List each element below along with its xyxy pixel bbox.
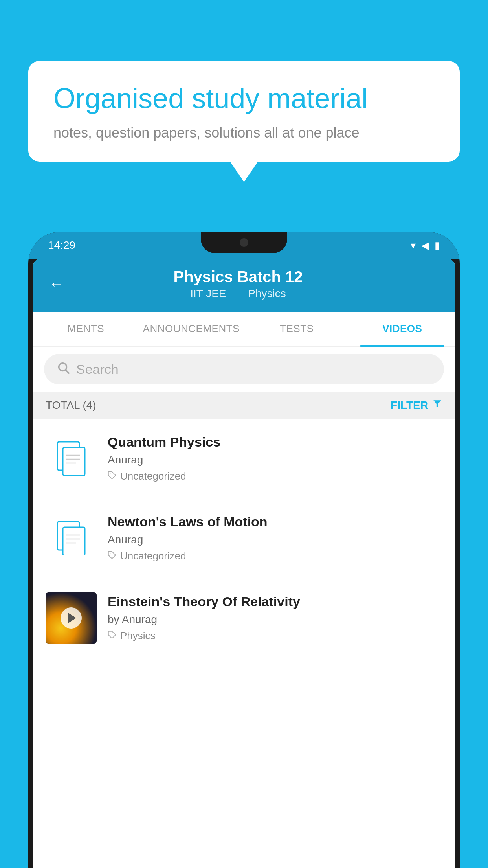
search-placeholder: Search	[76, 362, 119, 377]
play-triangle-3	[68, 612, 76, 623]
item-title-2: Newton's Laws of Motion	[108, 514, 442, 530]
tag-icon-1	[108, 471, 116, 482]
tag-icon-2	[108, 551, 116, 562]
file-icon-1	[57, 441, 86, 476]
header-info: Physics Batch 12 IIT JEE Physics	[76, 268, 400, 300]
battery-icon: ▮	[435, 239, 440, 252]
file-icon-2	[57, 521, 86, 555]
phone-notch	[201, 232, 287, 253]
tab-tests[interactable]: TESTS	[244, 312, 350, 346]
item-info-2: Newton's Laws of Motion Anurag Uncategor…	[108, 513, 442, 562]
status-icons: ▾ ◀ ▮	[411, 239, 440, 252]
search-icon	[57, 361, 70, 377]
tab-announcements[interactable]: ANNOUNCEMENTS	[139, 312, 244, 346]
wifi-icon: ▾	[411, 239, 416, 252]
header-subtitle-physics: Physics	[248, 287, 286, 300]
svg-rect-10	[63, 527, 85, 555]
phone-screen: ← Physics Batch 12 IIT JEE Physics MENTS…	[33, 259, 455, 868]
camera-dot	[240, 238, 248, 247]
item-author-3: by Anurag	[108, 613, 442, 626]
search-bar-wrap: Search	[33, 347, 455, 392]
header-subtitle: IIT JEE Physics	[76, 287, 400, 300]
file-icon-wrap-1	[46, 433, 97, 484]
video-thumbnail-3	[46, 592, 97, 644]
video-item-2[interactable]: Newton's Laws of Motion Anurag Uncategor…	[33, 498, 455, 578]
svg-rect-4	[63, 447, 85, 476]
speech-bubble: Organised study material notes, question…	[28, 61, 460, 162]
app-header: ← Physics Batch 12 IIT JEE Physics	[33, 259, 455, 312]
tag-label-3: Physics	[120, 630, 156, 642]
bubble-title: Organised study material	[53, 81, 435, 115]
header-title: Physics Batch 12	[76, 268, 400, 286]
filter-icon	[432, 399, 442, 412]
tab-ments[interactable]: MENTS	[33, 312, 139, 346]
svg-marker-2	[433, 400, 441, 407]
file-icon-wrap-2	[46, 513, 97, 564]
video-item-1[interactable]: Quantum Physics Anurag Uncategorized	[33, 419, 455, 498]
item-info-3: Einstein's Theory Of Relativity by Anura…	[108, 592, 442, 642]
item-author-2: Anurag	[108, 533, 442, 546]
status-time: 14:29	[48, 239, 75, 252]
tag-label-2: Uncategorized	[120, 550, 186, 562]
item-tag-3: Physics	[108, 630, 442, 642]
total-label: TOTAL (4)	[46, 399, 96, 412]
item-title-3: Einstein's Theory Of Relativity	[108, 594, 442, 609]
signal-icon: ◀	[421, 239, 429, 252]
play-button-3[interactable]	[61, 607, 82, 629]
filter-row: TOTAL (4) FILTER	[33, 392, 455, 419]
video-item-3[interactable]: Einstein's Theory Of Relativity by Anura…	[33, 578, 455, 658]
tab-videos[interactable]: VIDEOS	[350, 312, 455, 346]
back-button[interactable]: ←	[49, 275, 64, 293]
item-info-1: Quantum Physics Anurag Uncategorized	[108, 433, 442, 482]
filter-button[interactable]: FILTER	[391, 399, 442, 412]
item-tag-1: Uncategorized	[108, 470, 442, 482]
svg-line-1	[66, 370, 69, 373]
phone-frame: 14:29 ▾ ◀ ▮ ← Physics Batch 12 IIT JEE P…	[28, 232, 460, 868]
tag-icon-3	[108, 631, 116, 642]
tabs-bar: MENTS ANNOUNCEMENTS TESTS VIDEOS	[33, 312, 455, 347]
search-bar[interactable]: Search	[44, 354, 444, 384]
item-title-1: Quantum Physics	[108, 434, 442, 450]
item-author-1: Anurag	[108, 454, 442, 466]
video-list: Quantum Physics Anurag Uncategorized	[33, 419, 455, 658]
bubble-subtitle: notes, question papers, solutions all at…	[53, 125, 435, 141]
item-tag-2: Uncategorized	[108, 550, 442, 562]
header-subtitle-iitjee: IIT JEE	[190, 287, 226, 300]
tag-label-1: Uncategorized	[120, 470, 186, 482]
filter-label: FILTER	[391, 399, 428, 412]
